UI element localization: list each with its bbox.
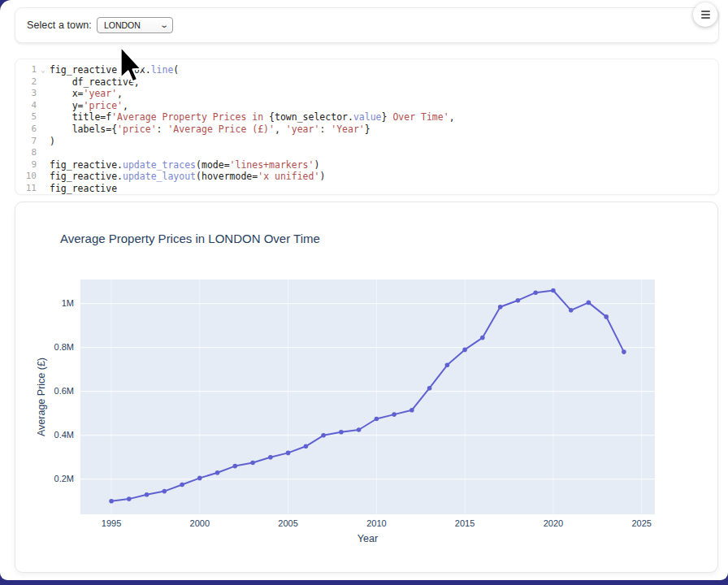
plotly-chart[interactable]: 19952000200520102015202020250.2M0.4M0.6M…: [15, 202, 717, 552]
svg-text:2015: 2015: [455, 518, 474, 528]
line-number: 2: [15, 76, 37, 89]
svg-text:0.4M: 0.4M: [54, 430, 74, 440]
line-number: 6: [15, 124, 37, 136]
fold-gutter: [37, 124, 50, 136]
fold-gutter: [37, 159, 50, 171]
code-text: title=f'Average Property Prices in {town…: [50, 111, 455, 124]
svg-text:2005: 2005: [278, 518, 297, 528]
code-text: fig_reactive = px.line(: [50, 64, 179, 76]
code-line: 4 y='price',: [15, 100, 718, 112]
line-number: 4: [15, 100, 37, 112]
town-select[interactable]: LONDON ⌄: [97, 17, 173, 33]
fold-gutter: [37, 183, 50, 195]
code-text: x='year',: [50, 88, 123, 100]
chevron-down-icon: ⌄: [159, 21, 169, 29]
line-number: 10: [15, 171, 37, 183]
app-page: Select a town: LONDON ⌄ 1⌄fig_reactive =…: [0, 0, 728, 580]
code-text: fig_reactive: [50, 183, 117, 195]
line-number: 7: [15, 136, 37, 148]
code-line: 11fig_reactive: [15, 183, 718, 195]
svg-text:2000: 2000: [190, 518, 210, 528]
menu-button[interactable]: [693, 2, 717, 27]
code-text: df_reactive,: [50, 76, 140, 89]
code-line: 7): [15, 136, 718, 148]
svg-text:Average Property Prices in LON: Average Property Prices in LONDON Over T…: [60, 232, 320, 245]
svg-text:Average Price (£): Average Price (£): [36, 358, 47, 436]
fold-gutter: [37, 100, 50, 112]
line-number: 5: [15, 111, 37, 124]
svg-text:0.2M: 0.2M: [54, 474, 74, 483]
code-line: 8: [15, 147, 718, 159]
code-text: fig_reactive.update_layout(hovermode='x …: [50, 171, 325, 183]
code-line: 10fig_reactive.update_layout(hovermode='…: [15, 171, 718, 183]
code-line: 3 x='year',: [15, 88, 718, 100]
fold-gutter: [37, 88, 50, 100]
fold-chevron-icon[interactable]: ⌄: [37, 64, 50, 76]
fold-gutter: [37, 111, 50, 124]
line-number: 8: [15, 147, 37, 159]
fold-gutter: [37, 147, 50, 159]
svg-text:Year: Year: [358, 533, 378, 544]
svg-text:2010: 2010: [366, 518, 386, 528]
code-line: 6 labels={'price': 'Average Price (£)', …: [15, 124, 718, 136]
code-text: fig_reactive.update_traces(mode='lines+m…: [50, 159, 319, 171]
code-line: 9fig_reactive.update_traces(mode='lines+…: [15, 159, 718, 171]
town-select-value: LONDON: [104, 20, 141, 30]
town-selector-label: Select a town:: [27, 20, 92, 31]
svg-text:2025: 2025: [631, 518, 651, 528]
line-number: 11: [15, 183, 37, 195]
svg-text:2020: 2020: [544, 518, 563, 528]
svg-text:1M: 1M: [62, 298, 74, 308]
svg-text:0.8M: 0.8M: [54, 342, 74, 352]
code-text: y='price',: [50, 100, 128, 112]
svg-text:1995: 1995: [102, 518, 121, 528]
code-line: 5 title=f'Average Property Prices in {to…: [15, 111, 718, 124]
line-number: 1: [15, 64, 37, 76]
svg-text:0.6M: 0.6M: [54, 386, 74, 396]
code-line: 2 df_reactive,: [15, 76, 718, 89]
chart-output-card: 19952000200520102015202020250.2M0.4M0.6M…: [15, 202, 718, 573]
code-line: 1⌄fig_reactive = px.line(: [15, 64, 718, 76]
town-selector-card: Select a town: LONDON ⌄: [15, 7, 719, 43]
fold-gutter: [37, 136, 50, 148]
code-text: labels={'price': 'Average Price (£)', 'y…: [50, 124, 370, 136]
fold-gutter: [37, 76, 50, 89]
code-editor[interactable]: 1⌄fig_reactive = px.line(2 df_reactive,3…: [15, 58, 719, 195]
line-number: 9: [15, 159, 37, 171]
code-text: ): [50, 136, 55, 148]
fold-gutter: [37, 171, 50, 183]
line-number: 3: [15, 88, 37, 100]
